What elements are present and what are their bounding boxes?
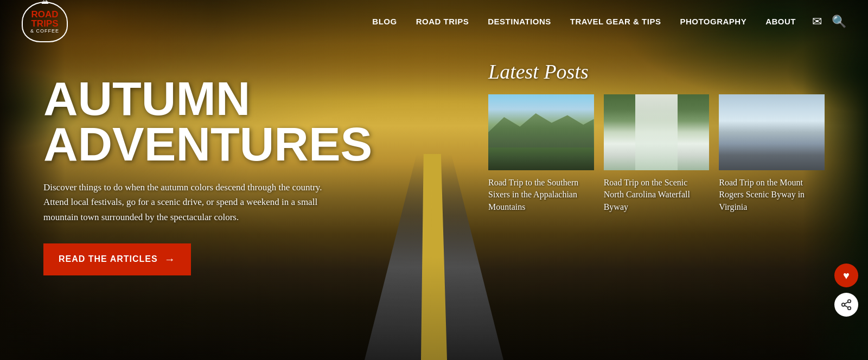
hero-description: Discover things to do when the autumn co… [43, 180, 347, 224]
svg-point-2 [848, 307, 851, 310]
nav-icons: ✉ 🔍 [812, 15, 846, 29]
logo-coffee: & COFFEE [30, 28, 59, 34]
cta-arrow-icon: → [164, 253, 176, 266]
latest-posts-title: Latest Posts [488, 60, 825, 83]
post-title-3: Road Trip on the Mount Rogers Scenic Byw… [719, 177, 825, 213]
nav-item-destinations[interactable]: DESTINATIONS [488, 17, 551, 27]
post-title-1: Road Trip to the Southern Sixers in the … [488, 177, 594, 213]
svg-line-4 [845, 302, 848, 304]
nav-link-about[interactable]: ABOUT [765, 17, 796, 26]
post-thumbnail-2 [604, 94, 710, 170]
nav-item-travel-gear[interactable]: TRAVEL GEAR & TIPS [570, 17, 661, 27]
svg-line-3 [845, 305, 848, 307]
nav-link-road-trips[interactable]: ROAD TRIPS [416, 17, 469, 26]
post-title-2: Road Trip on the Scenic North Carolina W… [604, 177, 710, 213]
nav-link-travel-gear[interactable]: TRAVEL GEAR & TIPS [570, 17, 661, 26]
nav-link-blog[interactable]: BLOG [372, 17, 397, 26]
post-card-2[interactable]: Road Trip on the Scenic North Carolina W… [604, 94, 710, 213]
post-card-3[interactable]: Road Trip on the Mount Rogers Scenic Byw… [719, 94, 825, 213]
nav-link-photography[interactable]: PHOTOGRAPHY [680, 17, 746, 26]
logo-road-trips: ROAD TRIPS [25, 10, 64, 28]
navigation: ⛰ ROAD TRIPS & COFFEE BLOG ROAD TRIPS DE… [0, 0, 868, 43]
nav-item-about[interactable]: ABOUT [765, 17, 796, 27]
nav-item-blog[interactable]: BLOG [372, 17, 397, 27]
read-articles-button[interactable]: READ THE ARTICLES → [43, 243, 191, 275]
mail-icon[interactable]: ✉ [812, 15, 822, 29]
post-thumbnail-1 [488, 94, 594, 170]
search-icon[interactable]: 🔍 [832, 15, 846, 29]
hero-content: AUTUMN ADVENTURES Discover things to do … [43, 76, 372, 275]
nav-item-road-trips[interactable]: ROAD TRIPS [416, 17, 469, 27]
nav-link-destinations[interactable]: DESTINATIONS [488, 17, 551, 26]
float-buttons: ♥ [834, 263, 858, 317]
share-icon [840, 299, 852, 311]
posts-grid: Road Trip to the Southern Sixers in the … [488, 94, 825, 213]
favorite-button[interactable]: ♥ [834, 263, 858, 287]
nav-links: BLOG ROAD TRIPS DESTINATIONS TRAVEL GEAR… [372, 17, 796, 27]
post-card-1[interactable]: Road Trip to the Southern Sixers in the … [488, 94, 594, 213]
mountain-icon: ⛰ [41, 0, 49, 6]
svg-point-1 [842, 303, 845, 306]
hero-title: AUTUMN ADVENTURES [43, 76, 372, 166]
svg-point-0 [848, 300, 851, 303]
hero-title-line2: ADVENTURES [43, 117, 372, 171]
share-button[interactable] [834, 293, 858, 317]
hero-section: ⛰ ROAD TRIPS & COFFEE BLOG ROAD TRIPS DE… [0, 0, 868, 360]
latest-posts-section: Latest Posts Road Trip to the Southern S… [488, 60, 825, 213]
post-thumbnail-3 [719, 94, 825, 170]
nav-item-photography[interactable]: PHOTOGRAPHY [680, 17, 746, 27]
site-logo[interactable]: ⛰ ROAD TRIPS & COFFEE [22, 2, 68, 42]
cta-label: READ THE ARTICLES [59, 254, 158, 264]
